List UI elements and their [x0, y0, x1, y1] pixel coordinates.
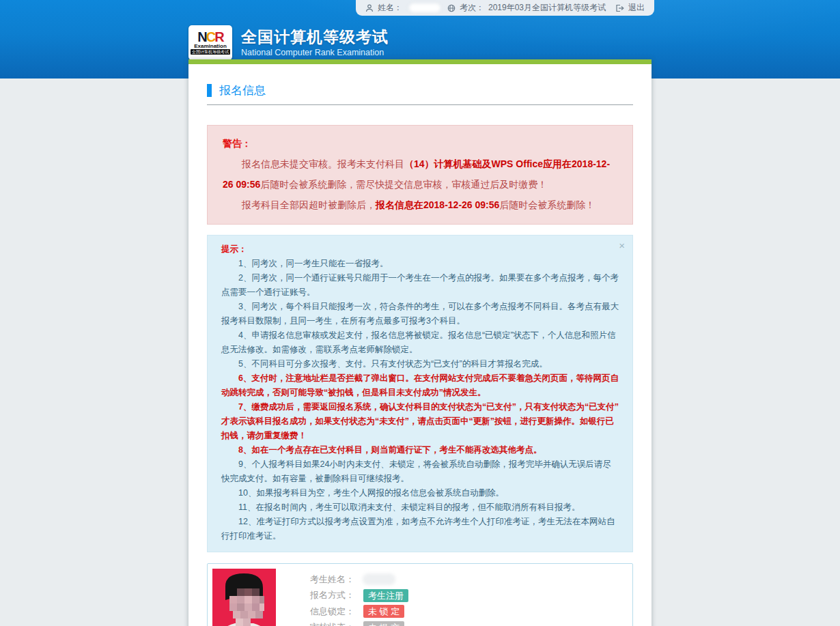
field-row: 考生姓名：: [310, 571, 408, 588]
candidate-card: 考生姓名：报名方式：考生注册信息锁定：未 锁 定审核状态：未 提 交支付状态：全…: [207, 563, 633, 626]
logo-caption: 全国计算机等级考试: [191, 49, 230, 55]
page-title: 报名信息: [219, 83, 266, 98]
field-label: 报名方式：: [310, 589, 363, 601]
field-label: 审核状态：: [310, 621, 363, 626]
hint-item: 9、个人报考科目如果24小时内未支付、未锁定，将会被系统自动删除，报考完毕并确认…: [221, 457, 619, 486]
username-censored: [409, 3, 440, 12]
warning-paragraph-2: 报考科目全部因超时被删除后，报名信息在2018-12-26 09:56后随时会被…: [223, 195, 617, 215]
hint-item: 5、不同科目可分多次报考、支付。只有支付状态为“已支付”的科目才算报名完成。: [221, 357, 619, 371]
field-row: 信息锁定：未 锁 定: [310, 603, 408, 620]
candidate-fields: 考生姓名：报名方式：考生注册信息锁定：未 锁 定审核状态：未 提 交支付状态：全…: [310, 569, 408, 626]
field-row: 报名方式：考生注册: [310, 588, 408, 604]
hint-item: 7、缴费成功后，需要返回报名系统，确认支付科目的支付状态为“已支付”，只有支付状…: [221, 400, 619, 443]
username-label: 姓名：: [378, 2, 402, 14]
candidate-name-censored: [363, 574, 395, 584]
page-title-marker: [207, 84, 212, 97]
globe-icon: [447, 4, 456, 12]
candidate-photo: [212, 569, 276, 626]
site-subtitle: National Computer Rank Examination: [241, 48, 389, 57]
user-info-bar: 姓名： 考次： 2019年03月全国计算机等级考试 退出: [356, 0, 654, 16]
warning-heading: 警告：: [223, 133, 617, 154]
logout-button[interactable]: 退出: [628, 2, 645, 14]
session-label: 考次：: [460, 2, 484, 14]
session-value: 2019年03月全国计算机等级考试: [488, 2, 606, 14]
hint-item: 6、支付时，注意地址栏是否拦截了弹出窗口。在支付网站支付完成后不要着急关闭页面，…: [221, 371, 619, 400]
logout-icon[interactable]: [615, 4, 624, 12]
field-label: 信息锁定：: [310, 606, 363, 618]
hint-item: 12、准考证打印方式以报考考点设置为准，如考点不允许考生个人打印准考证，考生无法…: [221, 515, 619, 543]
close-icon[interactable]: ×: [619, 240, 625, 251]
logo-examination-text: Examination: [194, 43, 227, 49]
hint-item: 8、如在一个考点存在已支付科目，则当前通行证下，考生不能再改选其他考点。: [221, 443, 619, 457]
status-badge: 未 提 交: [363, 621, 404, 626]
hint-item: 2、同考次，同一个通行证账号只能用于一个考生在一个考点的报考。如果要在多个考点报…: [221, 271, 619, 300]
hint-heading: 提示：: [221, 242, 619, 257]
title-divider: [207, 104, 633, 105]
field-row: 审核状态：未 提 交: [310, 620, 408, 626]
ncre-logo: NCR Examination 全国计算机等级考试: [188, 25, 232, 60]
content-panel: 报名信息 警告： 报名信息未提交审核。报考未支付科目（14）计算机基础及WPS …: [188, 59, 652, 626]
user-icon: [365, 4, 374, 12]
hint-list: 1、同考次，同一考生只能在一省报考。2、同考次，同一个通行证账号只能用于一个考生…: [221, 257, 619, 543]
warning-paragraph-1: 报名信息未提交审核。报考未支付科目（14）计算机基础及WPS Office应用在…: [223, 154, 617, 195]
warning-alert: 警告： 报名信息未提交审核。报考未支付科目（14）计算机基础及WPS Offic…: [207, 125, 633, 225]
site-title: 全国计算机等级考试: [241, 28, 389, 46]
field-label: 考生姓名：: [310, 573, 363, 586]
hint-alert: × 提示： 1、同考次，同一考生只能在一省报考。2、同考次，同一个通行证账号只能…: [207, 235, 633, 552]
hint-item: 11、在报名时间内，考生可以取消未支付、未锁定科目的报考，但不能取消所有科目报考…: [221, 500, 619, 515]
status-badge: 考生注册: [363, 589, 408, 602]
status-badge: 未 锁 定: [363, 605, 404, 618]
hint-item: 3、同考次，每个科目只能报考一次，符合条件的考生，可以在多个考点报考不同科目。各…: [221, 300, 619, 328]
hint-item: 10、如果报考科目为空，考生个人网报的报名信息会被系统自动删除。: [221, 486, 619, 500]
hint-item: 1、同考次，同一考生只能在一省报考。: [221, 257, 619, 271]
hint-item: 4、申请报名信息审核或发起支付，报名信息将被锁定。报名信息“已锁定”状态下，个人…: [221, 328, 619, 357]
